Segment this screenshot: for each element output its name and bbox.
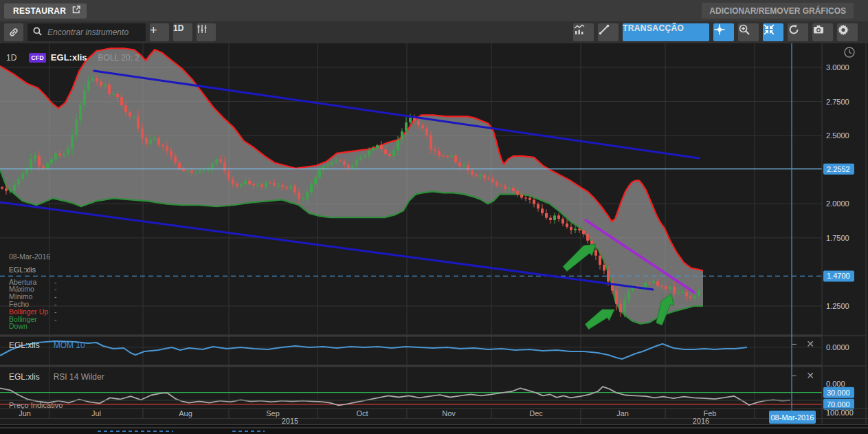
- candle-sliders-icon: [197, 25, 208, 36]
- year-label-2015: 2015: [282, 417, 298, 425]
- year-label-2016: 2016: [693, 417, 709, 425]
- title-bar: RESTAURAR ADICIONAR/REMOVER GRÁFICOS: [0, 0, 868, 22]
- crosshair-date-badge: 08-Mar-2016: [769, 411, 816, 424]
- price-tick-2.7500: 2.7500: [826, 98, 849, 106]
- rsi-collapse-button[interactable]: −: [788, 371, 800, 382]
- trade-button[interactable]: TRANSACÇÃO: [623, 23, 709, 41]
- price-tick-2.0000: 2.0000: [826, 199, 849, 208]
- price-tick-1.7500: 1.7500: [826, 234, 849, 242]
- snapshot-button[interactable]: [812, 23, 833, 41]
- mom-collapse-button[interactable]: −: [788, 339, 800, 350]
- trendline-icon: [598, 26, 610, 38]
- search-icon: [33, 26, 42, 39]
- mom-panel-symbol: EGL:xlis: [9, 340, 40, 350]
- rsi-badge-70[interactable]: 70.000: [823, 399, 854, 410]
- mom-panel-indicator[interactable]: MOM 10: [54, 340, 85, 350]
- chart-canvas[interactable]: 3.00002.75002.50002.00001.75001.25002.25…: [0, 43, 868, 434]
- rsi-panel-indicator[interactable]: RSI 14 Wilder: [54, 372, 104, 382]
- chart-timeframe-label: 1D: [6, 53, 16, 63]
- ohlc-tooltip: 08-Mar-2016 EGL:xlis Abertura-Máximo-Mín…: [9, 253, 57, 330]
- tooltip-symbol: EGL:xlis: [9, 266, 57, 274]
- mom-close-button[interactable]: ✕: [804, 339, 816, 350]
- indicators-icon: [573, 26, 586, 38]
- rsi-tick-0: 0.000: [826, 380, 845, 388]
- svg-text:2.2552: 2.2552: [827, 165, 850, 173]
- search-input[interactable]: [46, 27, 138, 38]
- price-tick-3.0000: 3.0000: [826, 63, 849, 72]
- rsi-panel-header: EGL:xlis RSI 14 Wilder: [9, 372, 104, 382]
- price-badge-1.4700[interactable]: 1.4700: [823, 270, 854, 281]
- mom-panel-header: EGL:xlis MOM 10: [9, 340, 85, 350]
- tooltip-row: Bollinger Up-: [9, 308, 57, 316]
- month-label-Dec: Dec: [529, 409, 543, 417]
- gear-icon: [837, 26, 849, 38]
- trading-app-window: RESTAURAR ADICIONAR/REMOVER GRÁFICOS: [0, 0, 868, 434]
- settings-button[interactable]: [837, 23, 858, 41]
- chart-header: 1D CFD EGL:xlis BOLL 20; 2: [6, 52, 140, 63]
- chart-scrollbar[interactable]: [0, 424, 868, 434]
- svg-text:30.000: 30.000: [827, 389, 850, 397]
- svg-text:70.000: 70.000: [827, 400, 850, 409]
- indicative-price-label: Preço Indicativo: [9, 401, 63, 409]
- collapse-arrows-icon: [763, 26, 775, 38]
- tooltip-date: 08-Mar-2016: [9, 253, 57, 261]
- crosshair-icon: [713, 26, 726, 38]
- svg-text:1.4700: 1.4700: [827, 272, 850, 280]
- trendline-tool-button[interactable]: [598, 23, 619, 41]
- month-label-Jun: Jun: [19, 409, 31, 417]
- restore-button[interactable]: RESTAURAR: [4, 3, 75, 19]
- crosshair-tool-button[interactable]: [713, 23, 734, 41]
- month-label-Aug: Aug: [179, 409, 192, 417]
- month-label-Oct: Oct: [356, 409, 368, 417]
- tooltip-row: Bollinger Down-: [9, 316, 57, 331]
- chart-symbol[interactable]: EGL:xlis: [51, 52, 87, 63]
- zoom-in-icon: [738, 26, 750, 38]
- zoom-in-button[interactable]: [738, 23, 759, 41]
- fit-chart-button[interactable]: [763, 23, 783, 41]
- add-remove-charts-button[interactable]: ADICIONAR/REMOVER GRÁFICOS: [702, 3, 854, 19]
- instrument-search-box[interactable]: [27, 23, 146, 41]
- cfd-badge: CFD: [29, 53, 46, 63]
- month-label-Nov: Nov: [442, 409, 456, 417]
- open-external-button[interactable]: [66, 3, 87, 19]
- refresh-icon: [788, 26, 800, 38]
- svg-text:08-Mar-2016: 08-Mar-2016: [771, 413, 814, 422]
- timeframe-button[interactable]: 1D: [173, 23, 192, 41]
- chart-indicator-label[interactable]: BOLL 20; 2: [98, 53, 140, 63]
- indicators-button[interactable]: [573, 23, 594, 41]
- external-link-icon: [71, 5, 81, 17]
- chart-toolbar: + 1D TRANSACÇÃO: [0, 21, 868, 44]
- add-instrument-button[interactable]: +: [150, 23, 169, 41]
- month-label-Jan: Jan: [616, 409, 629, 417]
- refresh-button[interactable]: [788, 23, 808, 41]
- rsi-tick-100: 100.000: [826, 409, 854, 417]
- price-badge-2.2552[interactable]: 2.2552: [823, 164, 854, 175]
- camera-icon: [812, 26, 825, 38]
- chart-settings-button[interactable]: [197, 23, 216, 41]
- rsi-badge-30[interactable]: 30.000: [823, 387, 854, 398]
- mom-axis-zero: 0.0000: [826, 343, 849, 351]
- rsi-close-button[interactable]: ✕: [804, 371, 816, 382]
- link-icon: [8, 27, 19, 38]
- rsi-panel-symbol: EGL:xlis: [9, 372, 40, 382]
- price-tick-1.2500: 1.2500: [826, 302, 849, 310]
- month-label-Jul: Jul: [91, 409, 101, 417]
- price-tick-2.5000: 2.5000: [826, 131, 849, 140]
- link-instrument-button[interactable]: [4, 23, 23, 41]
- month-label-Sep: Sep: [266, 409, 280, 417]
